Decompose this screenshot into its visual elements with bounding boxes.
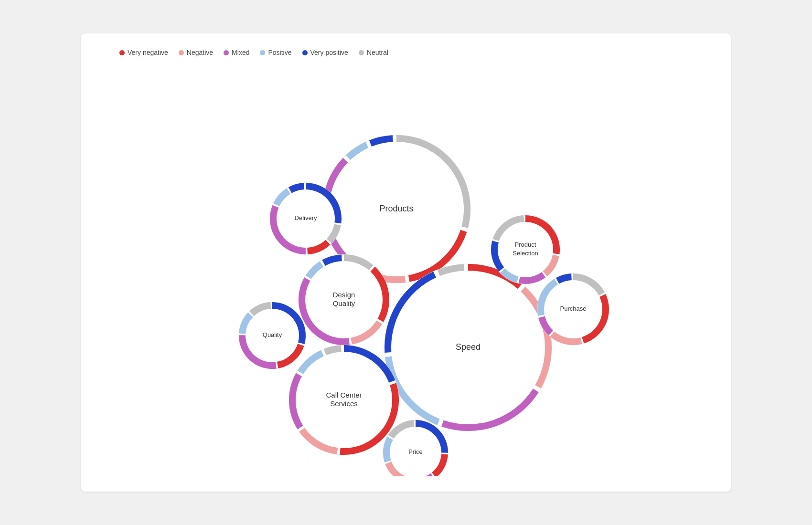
bubble-chart: ProductsSpeedDeliveryDesignQualityQualit… [100,66,712,476]
top-topics-card: Very negativeNegativeMixedPositiveVery p… [81,33,731,492]
legend-label: Positive [268,49,291,56]
legend-item: Very negative [119,49,168,56]
legend-dot [119,50,125,55]
bubble-label-products: Products [379,204,413,213]
legend-label: Negative [187,49,213,56]
bubble-label-call-center-services: Call CenterServices [326,391,362,408]
legend-dot [224,50,229,55]
bubble-call-center-services: Call CenterServices [289,345,399,455]
legend-label: Very positive [310,49,348,56]
legend-item: Neutral [359,49,388,56]
bubble-label-purchase: Purchase [560,305,587,312]
legend-dot [302,50,308,55]
legend-item: Very positive [302,49,348,56]
bubble-product-selection: ProductSelection [491,215,560,284]
bubble-label-design-quality: DesignQuality [333,291,355,307]
bubble-label-delivery: Delivery [295,214,317,221]
bubble-design-quality: DesignQuality [299,254,389,345]
bubble-delivery: Delivery [270,183,342,254]
legend-dot [260,50,265,55]
chart-legend: Very negativeNegativeMixedPositiveVery p… [119,49,388,56]
legend-label: Very negative [128,49,168,56]
bubble-label-speed: Speed [456,342,481,352]
bubble-label-price: Price [408,448,423,455]
bubble-purchase: Purchase [537,273,609,345]
legend-dot [359,50,364,55]
legend-item: Positive [260,49,291,56]
bubbles-svg: ProductsSpeedDeliveryDesignQualityQualit… [100,66,712,476]
bubble-speed: Speed [385,264,552,431]
legend-label: Neutral [367,49,388,56]
chart-header: Very negativeNegativeMixedPositiveVery p… [100,49,712,56]
bubble-quality: Quality [239,302,306,369]
legend-dot [179,50,184,55]
legend-item: Negative [179,49,213,56]
legend-item: Mixed [224,49,249,56]
bubble-price: Price [383,420,448,476]
legend-label: Mixed [232,49,249,56]
bubble-label-quality: Quality [263,331,282,338]
